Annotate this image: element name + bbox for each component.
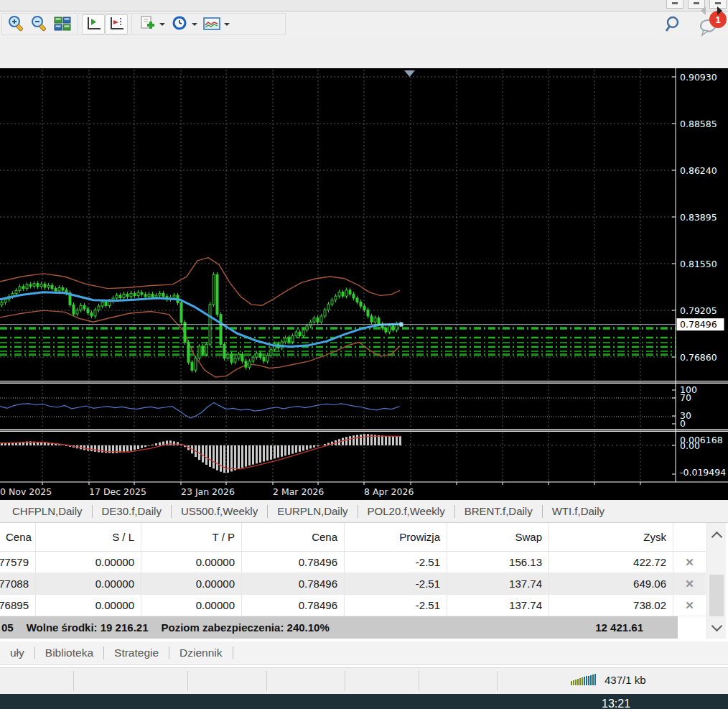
os-taskbar[interactable]: 13:21	[0, 694, 728, 709]
price-chart-area[interactable]: 0.909300.885850.862400.838950.815500.792…	[0, 68, 728, 500]
close-position-button[interactable]: ✕	[685, 599, 694, 612]
candle-body	[191, 362, 193, 370]
candle-body	[266, 356, 269, 361]
candle-body	[26, 284, 28, 289]
close-position-button[interactable]: ✕	[685, 556, 694, 569]
margin-level-value: Poziom zabezpieczenia: 240.10%	[162, 621, 330, 634]
zoom-in-icon	[7, 14, 27, 34]
chart-tab-chfpln[interactable]: CHFPLN,Daily	[3, 505, 92, 517]
account-summary-row: 05 Wolne środki: 19 216.21 Poziom zabezp…	[0, 616, 678, 639]
cell-tp: 0.00000	[141, 595, 242, 616]
zoom-out-button[interactable]	[28, 14, 51, 34]
column-header-6[interactable]: Zysk	[549, 523, 673, 551]
candle-body	[227, 354, 229, 358]
candle-body	[295, 332, 297, 336]
auto-scroll-button[interactable]	[105, 14, 128, 34]
candlestick-chart[interactable]: 0.909300.885850.862400.838950.815500.792…	[0, 68, 728, 500]
chart-tab-us500.f[interactable]: US500.f,Weekly	[172, 505, 267, 517]
candle-body	[90, 312, 93, 315]
svg-text:0.76860: 0.76860	[680, 352, 717, 363]
terminal-scrollbar[interactable]	[706, 523, 726, 639]
clock-icon	[170, 14, 190, 34]
close-position-button[interactable]: ✕	[685, 578, 694, 590]
templates-dropdown[interactable]	[224, 23, 230, 26]
candle-body	[360, 302, 362, 306]
candle-body	[116, 295, 118, 298]
cell-sl: 0.00000	[36, 573, 141, 594]
column-header-5[interactable]: Swap	[447, 523, 549, 551]
position-row[interactable]: 770880.000000.000000.78496-2.51137.74649…	[0, 573, 706, 595]
candle-body	[270, 349, 272, 355]
search-button[interactable]	[663, 14, 685, 38]
column-header-1[interactable]: S / L	[36, 523, 141, 551]
column-header-3[interactable]: Cena	[242, 523, 345, 551]
chart-tab-wti.f[interactable]: WTI.f,Daily	[543, 505, 614, 517]
periods-dropdown[interactable]	[192, 23, 197, 26]
cell-cena: 77088	[0, 573, 36, 594]
candle-body	[324, 310, 326, 316]
bottom-tab-biblioteka[interactable]: Biblioteka	[35, 647, 103, 659]
new-chart-dropdown[interactable]	[159, 23, 165, 26]
periods-button[interactable]	[168, 14, 191, 34]
candle-body	[159, 293, 161, 295]
chart-tab-brent.f[interactable]: BRENT.f,Daily	[455, 505, 542, 517]
scroll-up-icon[interactable]	[711, 532, 723, 543]
tabs-scroll-left-icon[interactable]	[701, 6, 706, 15]
terminal-table-rows: 775790.000000.000000.78496-2.51156.13422…	[0, 552, 706, 616]
tabs-scroll-right-icon[interactable]	[717, 6, 722, 15]
status-bar: 437/1 kb	[0, 667, 728, 694]
notifications-button[interactable]: 1	[698, 16, 719, 36]
scroll-down-icon[interactable]	[711, 621, 723, 632]
toolbar-separator	[131, 14, 132, 34]
candle-body	[130, 293, 132, 296]
svg-text:17 Dec 2025: 17 Dec 2025	[89, 486, 146, 497]
candle-body	[151, 294, 154, 297]
candle-body	[392, 326, 394, 330]
cell-sl: 0.00000	[36, 595, 141, 616]
candle-body	[291, 336, 294, 342]
candle-body	[144, 295, 146, 297]
column-header-0[interactable]: Cena	[0, 523, 36, 551]
zoom-out-icon	[30, 14, 50, 34]
new-chart-button[interactable]	[136, 14, 159, 34]
bottom-tab-strategie[interactable]: Strategie	[104, 647, 169, 659]
chart-tab-eurpln[interactable]: EURPLN,Daily	[268, 505, 357, 517]
tile-windows-button[interactable]	[51, 14, 74, 34]
status-cell	[187, 671, 267, 691]
column-header-2[interactable]: T / P	[141, 523, 242, 551]
candle-body	[73, 305, 75, 314]
svg-text:0.90930: 0.90930	[680, 72, 717, 83]
templates-button[interactable]	[200, 14, 223, 34]
terminal-bottom-tabs: ułyBibliotekaStrategieDziennik	[0, 641, 728, 665]
zoom-in-button[interactable]	[5, 14, 28, 34]
position-row[interactable]: 775790.000000.000000.78496-2.51156.13422…	[0, 552, 706, 573]
candle-body	[320, 316, 322, 322]
candle-body	[76, 310, 78, 315]
scrollbar-thumb[interactable]	[709, 575, 724, 616]
chart-tabs-bar: CHFPLN,DailyDE30.f,DailyUS500.f,WeeklyEU…	[0, 500, 728, 523]
candle-body	[284, 338, 286, 342]
connection-bars-icon	[571, 672, 599, 687]
candle-body	[353, 294, 355, 298]
candle-body	[1, 302, 3, 305]
cell-cena: 77579	[0, 552, 36, 573]
bottom-tab-uły[interactable]: uły	[0, 647, 34, 659]
cell-cena2: 0.78496	[242, 573, 345, 594]
cell-prowizja: -2.51	[345, 595, 447, 616]
candle-body	[40, 284, 42, 287]
cell-prowizja: -2.51	[345, 573, 447, 594]
status-cell	[345, 671, 419, 691]
candle-body	[180, 303, 182, 323]
status-cell	[419, 671, 498, 691]
position-row[interactable]: 768950.000000.000000.78496-2.51137.74738…	[0, 595, 706, 616]
column-header-4[interactable]: Prowizja	[345, 523, 447, 551]
bottom-tab-dziennik[interactable]: Dziennik	[169, 647, 232, 659]
chart-tab-de30.f[interactable]: DE30.f,Daily	[93, 505, 171, 517]
toolbar-separator	[78, 14, 78, 34]
chart-tab-pol20.f[interactable]: POL20.f,Weekly	[358, 505, 454, 517]
candle-body	[55, 289, 57, 291]
minimize-button[interactable]	[666, 0, 683, 9]
candle-body	[87, 309, 89, 313]
chart-shift-button[interactable]	[82, 14, 105, 34]
workspace-background	[0, 37, 728, 69]
